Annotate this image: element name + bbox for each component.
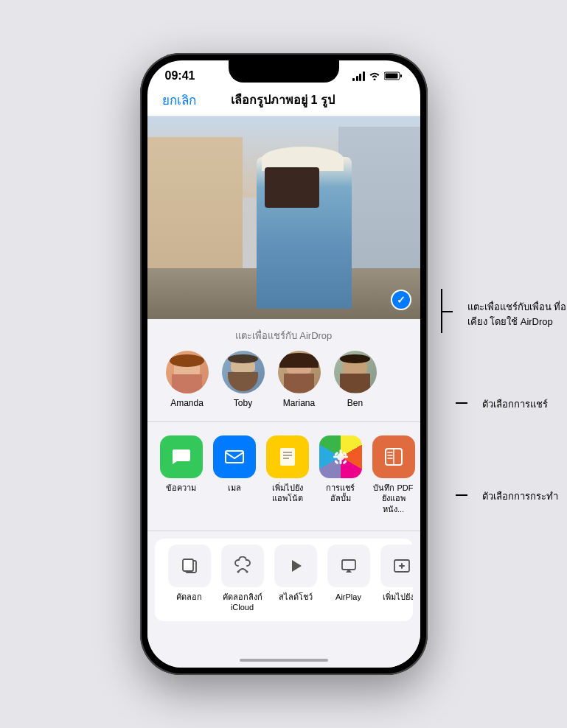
mariana-avatar bbox=[278, 351, 321, 393]
airdrop-label: แตะเพื่อแชร์กับ AirDrop bbox=[159, 328, 408, 343]
photo-area bbox=[147, 116, 420, 319]
action-copy[interactable]: คัดลอก bbox=[167, 545, 212, 613]
icloud-link-label: คัดลอกลิงก์ iCloud bbox=[220, 592, 265, 613]
svg-rect-11 bbox=[333, 456, 338, 458]
svg-point-8 bbox=[337, 453, 344, 461]
add-to-icon bbox=[380, 545, 413, 587]
action-slideshow[interactable]: สไลด์โชว์ bbox=[273, 545, 319, 613]
photos-icon bbox=[319, 435, 362, 478]
svg-rect-15 bbox=[334, 460, 338, 464]
airdrop-section: แตะเพื่อแชร์กับ AirDrop bbox=[147, 319, 420, 414]
share-options-row: ข้อความ เมล bbox=[147, 430, 420, 523]
slideshow-label: สไลด์โชว์ bbox=[279, 592, 313, 602]
action-add-to[interactable]: เพิ่มไปยัง... bbox=[379, 545, 413, 613]
svg-rect-10 bbox=[339, 460, 341, 464]
phone-screen: 09:41 bbox=[147, 60, 420, 668]
svg-rect-3 bbox=[226, 451, 243, 463]
toby-avatar bbox=[222, 351, 265, 393]
share-options-annotation: ตัวเลือกการแชร์ bbox=[482, 396, 548, 412]
separator-1 bbox=[147, 421, 420, 422]
action-icloud-link[interactable]: คัดลอกลิงก์ iCloud bbox=[220, 545, 265, 613]
nav-bar: ยกเลิก เลือกรูปภาพอยู่ 1 รูป bbox=[147, 85, 420, 116]
svg-point-21 bbox=[246, 570, 248, 573]
notch bbox=[229, 60, 339, 83]
airdrop-contact-mariana[interactable]: Mariana bbox=[277, 351, 321, 408]
message-icon bbox=[160, 435, 203, 478]
airdrop-annotation: แตะเพื่อแชร์กับเพื่อน ที่อยู่ใกล้เคียง โ… bbox=[467, 300, 568, 329]
amanda-name: Amanda bbox=[170, 398, 204, 408]
cancel-button[interactable]: ยกเลิก bbox=[162, 90, 196, 110]
notes-icon bbox=[266, 435, 309, 478]
svg-rect-23 bbox=[342, 560, 355, 570]
ben-name: Ben bbox=[347, 398, 363, 408]
separator-2 bbox=[147, 531, 420, 531]
airdrop-contact-toby[interactable]: Toby bbox=[221, 351, 265, 408]
share-option-mail[interactable]: เมล bbox=[212, 435, 257, 514]
photos-label: การแชร์อัลบั้ม bbox=[319, 483, 363, 504]
airdrop-contacts: Amanda Toby bbox=[159, 351, 408, 408]
svg-rect-9 bbox=[339, 449, 341, 454]
photo-check-badge bbox=[391, 290, 411, 310]
share-option-message[interactable]: ข้อความ bbox=[159, 435, 204, 514]
svg-rect-1 bbox=[400, 74, 402, 77]
svg-rect-16 bbox=[342, 460, 347, 464]
phone-shell: 09:41 bbox=[140, 53, 428, 675]
svg-marker-22 bbox=[292, 560, 302, 572]
mail-icon bbox=[213, 435, 256, 478]
slideshow-icon bbox=[274, 545, 317, 587]
svg-point-20 bbox=[237, 570, 239, 573]
svg-rect-2 bbox=[385, 74, 397, 79]
action-airplay[interactable]: AirPlay bbox=[326, 545, 372, 613]
airplay-icon bbox=[327, 545, 370, 587]
nav-title: เลือกรูปภาพอยู่ 1 รูป bbox=[231, 91, 335, 109]
action-options-row: คัดลอก คัดลอกลิงก์ bbox=[155, 539, 413, 622]
books-label: บันทึก PDF ยังแอพหนัง... bbox=[372, 483, 416, 514]
notes-label: เพิ่มไปยังแอพโน้ต bbox=[265, 483, 310, 504]
battery-icon bbox=[384, 71, 403, 80]
svg-rect-4 bbox=[280, 448, 295, 466]
ben-avatar bbox=[334, 351, 377, 393]
books-icon bbox=[372, 435, 415, 478]
share-option-notes[interactable]: เพิ่มไปยังแอพโน้ต bbox=[265, 435, 310, 514]
message-label: ข้อความ bbox=[166, 483, 196, 493]
share-option-books[interactable]: บันทึก PDF ยังแอพหนัง... bbox=[372, 435, 416, 514]
amanda-avatar bbox=[166, 351, 209, 393]
toby-name: Toby bbox=[234, 398, 252, 408]
svg-rect-19 bbox=[183, 559, 193, 571]
mariana-name: Mariana bbox=[283, 398, 315, 408]
copy-label: คัดลอก bbox=[176, 592, 202, 602]
wifi-icon bbox=[369, 71, 380, 80]
icloud-link-icon bbox=[221, 545, 264, 587]
airdrop-contact-amanda[interactable]: Amanda bbox=[165, 351, 209, 408]
mail-label: เมล bbox=[228, 483, 241, 493]
share-sheet: แตะเพื่อแชร์กับ AirDrop bbox=[147, 319, 420, 668]
share-option-photos[interactable]: การแชร์อัลบั้ม bbox=[319, 435, 363, 514]
action-options-annotation: ตัวเลือกการกระทำ bbox=[482, 489, 558, 504]
svg-rect-12 bbox=[344, 456, 348, 458]
home-indicator bbox=[240, 659, 328, 662]
status-time: 09:41 bbox=[165, 69, 195, 83]
airdrop-contact-ben[interactable]: Ben bbox=[333, 351, 378, 408]
copy-icon bbox=[168, 545, 211, 587]
add-to-label: เพิ่มไปยัง... bbox=[383, 592, 413, 602]
signal-icon bbox=[352, 71, 365, 81]
airplay-label: AirPlay bbox=[335, 592, 361, 602]
